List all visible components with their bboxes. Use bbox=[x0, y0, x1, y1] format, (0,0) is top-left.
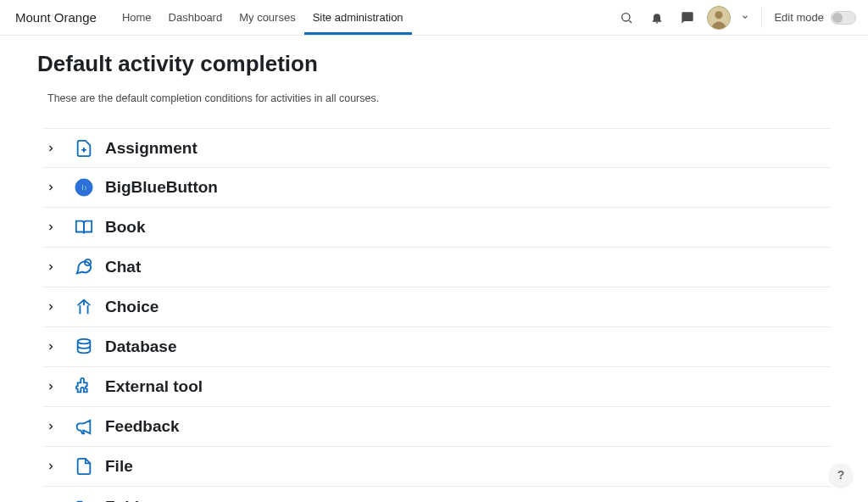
svg-point-0 bbox=[622, 13, 630, 20]
chevron-right-icon bbox=[42, 143, 59, 153]
svg-text:b: b bbox=[81, 182, 87, 192]
chevron-right-icon bbox=[42, 182, 59, 192]
choice-icon bbox=[71, 294, 97, 320]
activity-row-file[interactable]: File bbox=[42, 447, 831, 487]
activity-row-bigbluebutton[interactable]: b BigBlueButton bbox=[42, 168, 831, 208]
chat-icon bbox=[71, 254, 97, 280]
primary-nav: Home Dashboard My courses Site administr… bbox=[114, 0, 412, 35]
chevron-right-icon bbox=[42, 461, 59, 471]
svg-line-1 bbox=[630, 20, 632, 23]
file-icon bbox=[71, 454, 97, 479]
activity-label: Assignment bbox=[105, 139, 198, 158]
nav-home[interactable]: Home bbox=[114, 0, 160, 35]
puzzle-icon bbox=[71, 374, 97, 399]
activity-row-assignment[interactable]: Assignment bbox=[42, 128, 831, 168]
divider bbox=[761, 8, 762, 28]
activity-row-book[interactable]: Book bbox=[42, 208, 831, 248]
messages-icon[interactable] bbox=[676, 7, 698, 29]
search-icon[interactable] bbox=[615, 7, 637, 29]
activity-row-choice[interactable]: Choice bbox=[42, 287, 831, 327]
bigbluebutton-icon: b bbox=[71, 175, 97, 200]
svg-point-3 bbox=[715, 11, 723, 19]
topbar: Mount Orange Home Dashboard My courses S… bbox=[0, 0, 868, 36]
chevron-right-icon bbox=[42, 302, 59, 312]
page-title: Default activity completion bbox=[37, 51, 831, 77]
user-menu-caret-icon[interactable] bbox=[741, 13, 749, 23]
database-icon bbox=[71, 334, 97, 360]
brand[interactable]: Mount Orange bbox=[15, 10, 97, 25]
activity-label: Choice bbox=[105, 298, 159, 316]
chevron-right-icon bbox=[42, 342, 59, 352]
folder-icon bbox=[71, 494, 97, 503]
activity-label: External tool bbox=[105, 377, 203, 396]
activity-row-external-tool[interactable]: External tool bbox=[42, 367, 831, 407]
activity-label: Feedback bbox=[105, 417, 180, 436]
edit-mode-label: Edit mode bbox=[774, 11, 824, 24]
chevron-right-icon bbox=[42, 262, 59, 272]
nav-dashboard[interactable]: Dashboard bbox=[160, 0, 231, 35]
chevron-right-icon bbox=[42, 222, 59, 232]
chevron-right-icon bbox=[42, 382, 59, 392]
nav-site-administration[interactable]: Site administration bbox=[304, 0, 412, 35]
assignment-icon bbox=[71, 136, 97, 161]
activity-label: Chat bbox=[105, 258, 141, 276]
toggle-switch-icon bbox=[831, 11, 856, 25]
activity-label: Database bbox=[105, 337, 177, 356]
megaphone-icon bbox=[71, 414, 97, 439]
nav-my-courses[interactable]: My courses bbox=[231, 0, 303, 35]
topbar-right: Edit mode bbox=[615, 6, 856, 30]
activity-row-feedback[interactable]: Feedback bbox=[42, 407, 831, 447]
notifications-icon[interactable] bbox=[646, 7, 668, 29]
help-button[interactable]: ? bbox=[829, 463, 853, 487]
avatar[interactable] bbox=[707, 6, 731, 30]
chevron-right-icon bbox=[42, 421, 59, 432]
activity-row-folder[interactable]: Folder bbox=[42, 487, 831, 502]
activity-label: Folder bbox=[105, 498, 154, 503]
book-icon bbox=[71, 215, 97, 240]
activity-label: Book bbox=[105, 218, 146, 237]
page-subtitle: These are the default completion conditi… bbox=[47, 92, 831, 104]
svg-point-7 bbox=[78, 339, 91, 344]
edit-mode-toggle[interactable]: Edit mode bbox=[774, 11, 856, 25]
activity-label: File bbox=[105, 457, 133, 476]
activity-label: BigBlueButton bbox=[105, 178, 218, 197]
activity-row-database[interactable]: Database bbox=[42, 327, 831, 367]
activity-row-chat[interactable]: Chat bbox=[42, 248, 831, 287]
activity-list: Assignment b BigBlueButton Book bbox=[42, 128, 831, 502]
main-content: Default activity completion These are th… bbox=[0, 36, 868, 502]
